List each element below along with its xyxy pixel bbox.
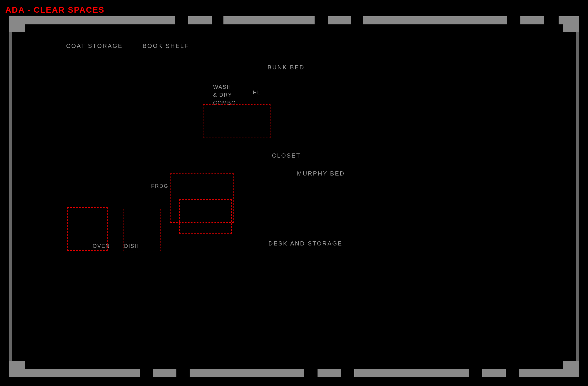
page-title: ADA - CLEAR SPACES: [5, 5, 105, 15]
wall-bottom-7: [519, 369, 579, 377]
wall-top-4: [328, 16, 351, 24]
floorplan: COAT STORAGE BOOK SHELF BUNK BED WASH& D…: [9, 16, 579, 377]
ada-rect-oven: [67, 207, 108, 251]
book-shelf-label: BOOK SHELF: [143, 43, 189, 49]
wall-top-2: [188, 16, 212, 24]
coat-storage-label: COAT STORAGE: [66, 43, 123, 49]
wall-bottom-6: [482, 369, 506, 377]
wall-top-7: [559, 16, 579, 24]
wall-top-1: [25, 16, 175, 24]
corner-tl: [9, 16, 25, 32]
ada-rect-wash-dry: [203, 104, 270, 138]
wall-bottom-4: [318, 369, 341, 377]
wall-bottom-2: [153, 369, 176, 377]
wash-dry-combo-label: WASH& DRYCOMBO: [213, 83, 236, 107]
closet-label: CLOSET: [272, 152, 301, 159]
wall-bottom-5: [354, 369, 469, 377]
wall-top-3: [223, 16, 315, 24]
ada-rect-dish: [123, 209, 161, 251]
wall-top-6: [520, 16, 544, 24]
desk-and-storage-label: DESK AND STORAGE: [268, 240, 343, 247]
hl-label: HL: [253, 90, 261, 96]
corner-bl: [9, 361, 25, 377]
frdg-label: FRDG: [151, 183, 168, 189]
bunk-bed-label: BUNK BED: [268, 64, 305, 71]
wall-bottom-3: [190, 369, 304, 377]
wall-right: [576, 32, 579, 361]
murphy-bed-label: MURPHY BED: [297, 170, 345, 177]
ada-rect-frdg-small: [179, 199, 232, 234]
wall-left: [9, 32, 12, 361]
wall-bottom-1: [25, 369, 140, 377]
wall-top-5: [363, 16, 507, 24]
